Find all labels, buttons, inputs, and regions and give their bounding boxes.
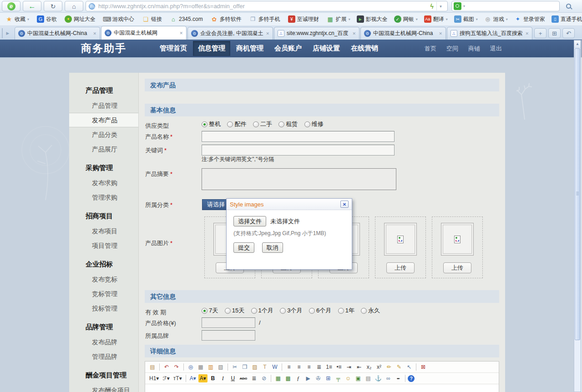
- radio-option[interactable]: 3个月: [280, 307, 302, 315]
- search-icon[interactable]: [566, 4, 571, 9]
- bookmark-item[interactable]: ❐ 多特手机 ▾: [249, 15, 280, 23]
- toolbar-extension-item[interactable]: ◎ 游戏 ▾: [484, 15, 508, 23]
- nav-link[interactable]: 商铺: [468, 45, 480, 53]
- nav-item[interactable]: 信息管理: [193, 41, 230, 56]
- radio-option[interactable]: 租赁: [278, 120, 298, 128]
- toolbar-extension-item[interactable]: Aa 翻译 ▾: [424, 15, 448, 23]
- nav-item[interactable]: 管理首页: [155, 41, 192, 56]
- bookmark-item[interactable]: ❏ 链接 ▾: [142, 15, 162, 23]
- cancel-button[interactable]: 取消: [262, 242, 283, 253]
- sidebar-item[interactable]: 竞标管理: [69, 286, 138, 301]
- scrollbar[interactable]: ▲: [574, 40, 581, 392]
- close-icon[interactable]: [352, 31, 356, 36]
- toolbar-extension-item[interactable]: ▦ 扩展 ▾: [327, 15, 350, 23]
- close-icon[interactable]: [439, 31, 442, 36]
- fullscreen-icon[interactable]: ⊠: [419, 363, 428, 371]
- url-text[interactable]: http://www.zghntjx.cn/main.php?m=offer&s…: [98, 3, 430, 10]
- toolbar-extension-item[interactable]: ✓ 网银 ▾: [394, 15, 418, 23]
- sidebar-item[interactable]: 酬金项目管理: [69, 367, 138, 383]
- ordered-list-icon[interactable]: 1≡: [324, 363, 334, 371]
- align-center-icon[interactable]: ≡: [294, 363, 304, 371]
- toolbar-extension-item[interactable]: ▶ 影视大全 ▾: [357, 15, 388, 23]
- eraser-icon[interactable]: ⊘: [259, 374, 268, 382]
- bookmark-item[interactable]: ¥ 至诚理财 ▾: [288, 15, 319, 23]
- sidebar-item[interactable]: 管理求购: [69, 190, 138, 205]
- tab-list-button[interactable]: ⊞: [548, 28, 561, 38]
- editor-content-area[interactable]: [145, 384, 499, 392]
- search-engine-caret-icon[interactable]: ▾: [463, 4, 465, 8]
- category-select-button[interactable]: 请选择: [202, 199, 230, 210]
- radio-option[interactable]: 二手: [253, 120, 272, 128]
- unordered-list-icon[interactable]: •≡: [334, 363, 344, 371]
- scrollbar-thumb[interactable]: [575, 48, 580, 340]
- close-icon[interactable]: [93, 31, 96, 36]
- emoticon-icon[interactable]: ☺: [344, 374, 353, 382]
- home-button[interactable]: ⌂: [65, 1, 83, 11]
- superscript-icon[interactable]: x²: [375, 363, 384, 371]
- keywords-input[interactable]: [202, 145, 395, 156]
- heading-icon[interactable]: H1▾: [148, 374, 160, 382]
- radio-option[interactable]: 永久: [361, 307, 380, 315]
- print-icon[interactable]: ▦: [196, 363, 205, 371]
- flash-icon[interactable]: ƒ: [294, 374, 303, 382]
- pin-tabs-icon[interactable]: ▶: [2, 28, 13, 38]
- picture-icon[interactable]: ▣: [354, 374, 363, 382]
- browser-tab[interactable]: 搜狗五笔输入法_百度搜索: [447, 27, 532, 40]
- preview-page-icon[interactable]: ▥: [206, 363, 215, 371]
- sidebar-item[interactable]: 发布求购: [69, 176, 138, 190]
- browser-tab[interactable]: 企业会员注册, 中国混凝土: [187, 27, 273, 40]
- address-dropdown-button[interactable]: ▾: [436, 2, 445, 10]
- browser-tab[interactable]: 中国混凝土机械网-China: [15, 27, 100, 40]
- sidebar-item[interactable]: 项目管理: [69, 238, 138, 253]
- sidebar-item[interactable]: 发布项目: [69, 224, 138, 238]
- nav-link[interactable]: 空间: [446, 45, 458, 53]
- format-painter-icon[interactable]: ✎: [395, 363, 404, 371]
- nav-link[interactable]: 退出: [490, 45, 502, 53]
- sidebar-item[interactable]: 发布产品: [69, 113, 138, 127]
- summary-textarea[interactable]: [202, 168, 396, 190]
- align-right-icon[interactable]: ≡: [304, 363, 314, 371]
- sidebar-item[interactable]: 品牌管理: [69, 319, 138, 335]
- font-family-icon[interactable]: ℱ▾: [161, 374, 171, 382]
- nav-link[interactable]: 首页: [425, 45, 436, 53]
- refresh-button[interactable]: ↻: [44, 1, 62, 11]
- sidebar-item[interactable]: 发布品牌: [69, 335, 138, 349]
- italic-icon[interactable]: I: [218, 374, 228, 382]
- scroll-up-button[interactable]: ▲: [574, 40, 581, 48]
- radio-option[interactable]: 1个月: [251, 307, 273, 315]
- unlink-icon[interactable]: ∞: [394, 374, 403, 382]
- sidebar-item[interactable]: 发布酬金项目: [69, 383, 138, 392]
- radio-option[interactable]: 维修: [304, 120, 324, 128]
- bookmark-item[interactable]: ⌨ 游戏中心 ▾: [103, 15, 134, 23]
- sidebar-item[interactable]: 管理品牌: [69, 349, 138, 364]
- sidebar-item[interactable]: 发布竞标: [69, 272, 138, 286]
- search-engine-icon[interactable]: [454, 2, 461, 10]
- indent-icon[interactable]: ⇥: [344, 363, 354, 371]
- paste-word-icon[interactable]: W: [270, 363, 279, 371]
- link-icon[interactable]: ∞: [384, 374, 393, 382]
- sidebar-item[interactable]: 产品管理: [69, 83, 138, 98]
- sidebar-item[interactable]: 产品管理: [69, 98, 138, 113]
- sidebar-item[interactable]: 企业招标: [69, 256, 138, 272]
- radio-option[interactable]: 配件: [227, 120, 246, 128]
- attachment-icon[interactable]: ✇: [314, 374, 323, 382]
- dialog-titlebar[interactable]: Style images ✕: [227, 199, 352, 210]
- paste-icon[interactable]: ▨: [250, 363, 259, 371]
- copy-icon[interactable]: ❐: [240, 363, 249, 371]
- bold-icon[interactable]: B: [208, 374, 218, 382]
- font-size-icon[interactable]: тT▾: [172, 374, 183, 382]
- radio-option[interactable]: 整机: [202, 120, 221, 128]
- sidebar-item[interactable]: 产品展厅: [69, 142, 138, 156]
- upload-button[interactable]: 上传: [386, 262, 415, 273]
- restore-closed-tab-button[interactable]: ↶: [562, 28, 575, 38]
- nav-item[interactable]: 商机管理: [231, 41, 268, 56]
- table-icon[interactable]: ⊞: [324, 374, 333, 382]
- bookmark-item[interactable]: ✦ 网址大全 ▾: [65, 15, 96, 23]
- clean-format-icon[interactable]: ✏: [385, 363, 394, 371]
- close-icon[interactable]: [266, 31, 269, 36]
- bookmark-item[interactable]: ⌂ 2345.com ▾: [170, 15, 203, 23]
- browser-tab[interactable]: 中国混凝土机械网: [101, 26, 187, 40]
- sidebar-item[interactable]: 招商项目: [69, 208, 138, 224]
- anchor-icon[interactable]: ⚓: [374, 374, 383, 382]
- strikethrough-icon[interactable]: ABC: [238, 374, 248, 382]
